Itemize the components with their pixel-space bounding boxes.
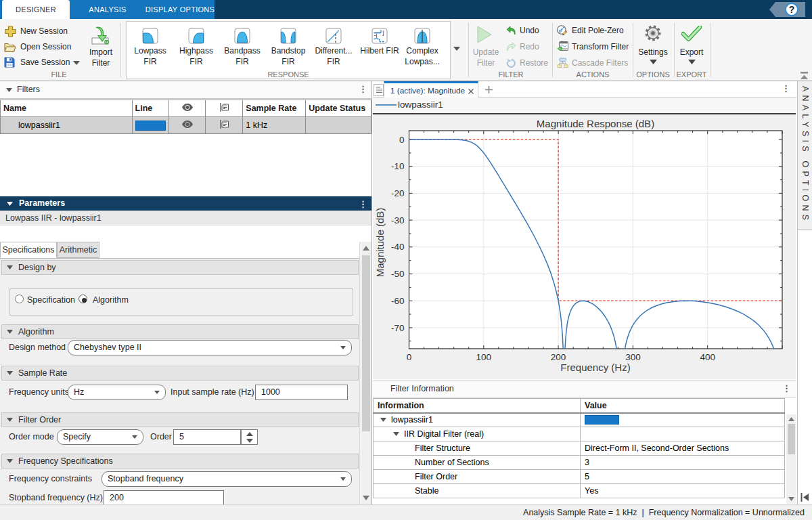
svg-text:Magnitude (dB): Magnitude (dB) — [374, 208, 386, 278]
svg-text:Magnitude Response (dB): Magnitude Response (dB) — [537, 118, 654, 129]
svg-text:100: 100 — [476, 352, 492, 362]
svg-text:0: 0 — [399, 135, 405, 145]
svg-text:-30: -30 — [391, 215, 405, 225]
svg-text:-70: -70 — [391, 323, 405, 333]
svg-text:300: 300 — [625, 352, 641, 362]
svg-text:400: 400 — [700, 352, 715, 362]
svg-text:-j: -j — [374, 32, 378, 39]
svg-text:200: 200 — [551, 352, 566, 362]
svg-text:j: j — [382, 29, 384, 36]
svg-text:-60: -60 — [391, 296, 405, 306]
svg-text:0: 0 — [407, 352, 412, 362]
svg-text:-50: -50 — [391, 269, 405, 279]
svg-text:-10: -10 — [391, 161, 405, 171]
svg-text:-40: -40 — [391, 242, 405, 252]
svg-text:-20: -20 — [391, 188, 405, 198]
svg-text:Frequency (Hz): Frequency (Hz) — [560, 362, 630, 373]
